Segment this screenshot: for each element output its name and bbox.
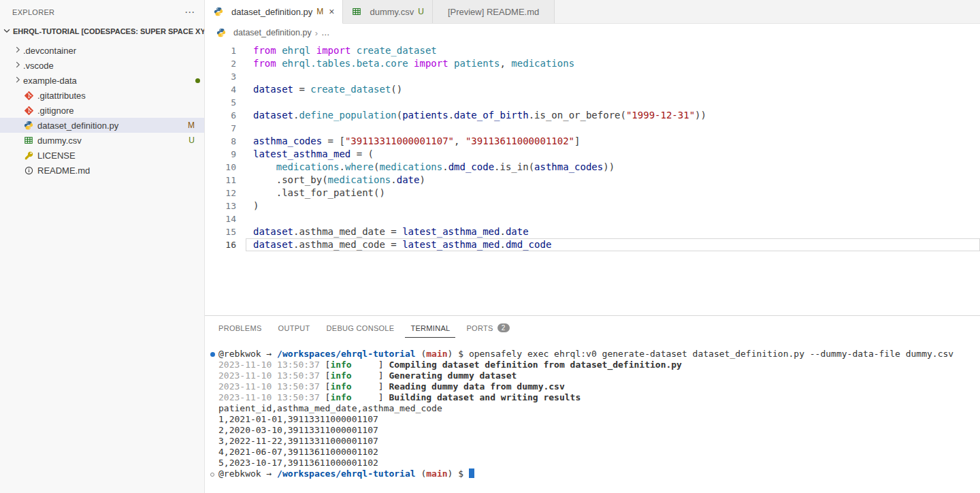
line-content	[246, 212, 980, 225]
panel-tab-ports[interactable]: PORTS2	[461, 317, 514, 338]
code-line-3[interactable]: 3	[205, 70, 980, 83]
python-icon	[23, 121, 34, 130]
line-number: 9	[205, 148, 236, 161]
prompt-decoration-icon[interactable]	[210, 473, 214, 477]
tree-item-LICENSE[interactable]: LICENSE	[0, 148, 204, 163]
explorer-header: EXPLORER ⋯	[0, 0, 204, 24]
terminal-line: @rebkwok → /workspaces/ehrql-tutorial (m…	[209, 349, 980, 360]
code-line-4[interactable]: 4dataset = create_dataset()	[205, 83, 980, 96]
terminal-line: 2023-11-10 13:50:37 [info ] Compiling da…	[209, 360, 980, 370]
tree-item-.gitignore[interactable]: .gitignore	[0, 103, 204, 118]
explorer-sidebar: EXPLORER ⋯ EHRQL-TUTORIAL [CODESPACES: S…	[0, 0, 205, 493]
panel-tab-terminal[interactable]: TERMINAL	[405, 318, 455, 338]
line-content: dataset.asthma_med_date = latest_asthma_…	[246, 225, 980, 238]
git-changes-dot-icon	[195, 78, 200, 83]
code-line-2[interactable]: 2from ehrql.tables.beta.core import pati…	[205, 57, 980, 70]
git-status-badge: M	[188, 121, 195, 130]
line-number: 14	[205, 212, 236, 225]
tree-item-dummy.csv[interactable]: dummy.csvU	[0, 133, 204, 148]
editor-tab-dummy.csv[interactable]: dummy.csvU	[343, 0, 432, 23]
ports-count-badge: 2	[497, 323, 510, 332]
code-line-7[interactable]: 7	[205, 122, 980, 135]
panel-tab-output[interactable]: OUTPUT	[273, 318, 316, 338]
code-line-10[interactable]: 10 medications.where(medications.dmd_cod…	[205, 161, 980, 174]
code-line-14[interactable]: 14	[205, 212, 980, 225]
line-number: 8	[205, 135, 236, 148]
code-line-6[interactable]: 6dataset.define_population(patients.date…	[205, 109, 980, 122]
editor-tab-dataset_definition.py[interactable]: dataset_definition.pyM×	[205, 0, 343, 24]
line-content: from ehrql.tables.beta.core import patie…	[246, 57, 980, 70]
line-number: 3	[205, 70, 236, 83]
tree-item-.vscode[interactable]: .vscode	[0, 58, 204, 73]
git-status-badge: U	[189, 136, 195, 145]
tab-label: [Preview] README.md	[448, 7, 539, 17]
command-decoration-icon[interactable]	[210, 352, 215, 357]
tree-item-README.md[interactable]: README.md	[0, 163, 204, 178]
more-actions-icon[interactable]: ⋯	[184, 7, 195, 17]
code-line-11[interactable]: 11 .sort_by(medications.date)	[205, 174, 980, 187]
file-tree: .devcontainer.vscodeexample-data.gitattr…	[0, 39, 204, 178]
panel-tab-label: TERMINAL	[410, 324, 450, 332]
terminal-line: 2023-11-10 13:50:37 [info ] Building dat…	[209, 392, 980, 403]
line-content: from ehrql import create_dataset	[246, 44, 980, 57]
terminal-line: @rebkwok → /workspaces/ehrql-tutorial (m…	[209, 468, 980, 479]
line-number: 12	[205, 187, 236, 200]
panel-tab-label: DEBUG CONSOLE	[327, 324, 395, 332]
line-number: 1	[205, 44, 236, 57]
line-content: medications.where(medications.dmd_code.i…	[246, 161, 980, 174]
line-content: dataset.define_population(patients.date_…	[246, 109, 980, 122]
line-content: dataset = create_dataset()	[246, 83, 980, 96]
code-line-12[interactable]: 12 .last_for_patient()	[205, 187, 980, 200]
explorer-title: EXPLORER	[12, 8, 54, 16]
tree-item-label: .gitattributes	[37, 91, 86, 101]
line-content	[246, 70, 980, 83]
line-number: 16	[205, 238, 236, 251]
line-number: 5	[205, 96, 236, 109]
tree-item-.gitattributes[interactable]: .gitattributes	[0, 88, 204, 103]
code-line-5[interactable]: 5	[205, 96, 980, 109]
code-line-16[interactable]: 16dataset.asthma_med_code = latest_asthm…	[205, 238, 980, 251]
git-icon	[23, 91, 34, 100]
workspace-header[interactable]: EHRQL-TUTORIAL [CODESPACES: SUPER SPACE …	[0, 24, 204, 39]
editor-group: dataset_definition.pyM×dummy.csvU[Previe…	[205, 0, 980, 493]
terminal-line: patient_id,asthma_med_date,asthma_med_co…	[209, 403, 980, 414]
tree-item-dataset_definition.py[interactable]: dataset_definition.pyM	[0, 118, 204, 133]
code-line-8[interactable]: 8asthma_codes = ["39113311000001107", "3…	[205, 135, 980, 148]
info-icon	[23, 166, 34, 175]
tree-item-label: dummy.csv	[37, 136, 82, 146]
git-status-badge: M	[316, 7, 323, 16]
bottom-panel: PROBLEMSOUTPUTDEBUG CONSOLETERMINALPORTS…	[205, 315, 980, 493]
breadcrumb-symbols[interactable]: …	[321, 28, 330, 37]
git-icon	[23, 106, 34, 115]
tree-item-example-data[interactable]: example-data	[0, 73, 204, 88]
git-status-badge: U	[418, 7, 424, 16]
line-number: 15	[205, 225, 236, 238]
code-editor[interactable]: 1from ehrql import create_dataset2from e…	[205, 42, 980, 315]
line-content: .last_for_patient()	[246, 187, 980, 200]
editor-tab--preview-readme.md[interactable]: [Preview] README.md	[433, 0, 555, 23]
breadcrumb-file[interactable]: dataset_definition.py	[233, 28, 312, 37]
line-number: 10	[205, 161, 236, 174]
panel-tab-debug-console[interactable]: DEBUG CONSOLE	[321, 318, 400, 338]
breadcrumb-separator-icon: ›	[315, 28, 318, 38]
panel-tab-label: OUTPUT	[278, 324, 310, 332]
panel-tab-problems[interactable]: PROBLEMS	[213, 318, 267, 338]
terminal-line: 5,2023-10-17,39113611000001102	[209, 458, 980, 468]
workspace-label: EHRQL-TUTORIAL [CODESPACES: SUPER SPACE …	[13, 27, 204, 35]
terminal[interactable]: @rebkwok → /workspaces/ehrql-tutorial (m…	[205, 339, 980, 493]
code-line-9[interactable]: 9latest_asthma_med = (	[205, 148, 980, 161]
panel-tab-label: PROBLEMS	[218, 324, 262, 332]
code-line-13[interactable]: 13)	[205, 200, 980, 212]
license-icon	[23, 151, 34, 160]
tree-item-.devcontainer[interactable]: .devcontainer	[0, 43, 204, 58]
line-number: 11	[205, 174, 236, 187]
line-content	[246, 96, 980, 109]
tab-label: dummy.csv	[370, 7, 414, 17]
line-number: 2	[205, 57, 236, 70]
chevron-right-icon	[12, 45, 23, 57]
close-icon[interactable]: ×	[329, 7, 334, 16]
code-line-1[interactable]: 1from ehrql import create_dataset	[205, 44, 980, 57]
tree-item-label: .vscode	[23, 61, 54, 71]
tree-item-label: .gitignore	[37, 106, 74, 116]
code-line-15[interactable]: 15dataset.asthma_med_date = latest_asthm…	[205, 225, 980, 238]
